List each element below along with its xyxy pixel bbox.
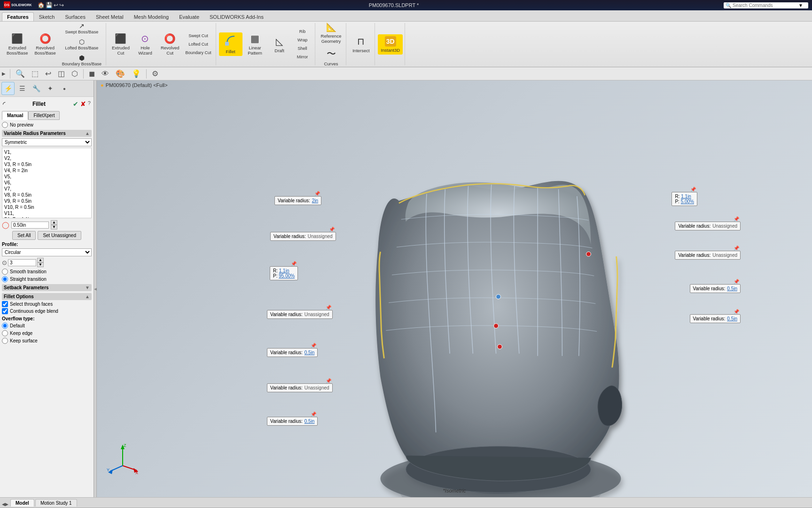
tab-mesh-modeling[interactable]: Mesh Modeling xyxy=(129,12,174,21)
straight-transition-radio[interactable] xyxy=(2,276,8,282)
radius-increment-btn[interactable]: ▲ xyxy=(51,220,57,225)
vertex-list[interactable]: V1, V2, V3, R = 0.5in V4, R = 2in V5, V6… xyxy=(2,148,92,218)
overflow-keep-surface-radio[interactable] xyxy=(2,338,8,344)
lofted-cut-button[interactable]: Lofted Cut xyxy=(183,40,214,48)
tab-sketch[interactable]: Sketch xyxy=(34,12,60,21)
boundary-cut-button[interactable]: Boundary Cut xyxy=(183,49,214,56)
vertex-item[interactable]: V3, R = 0.5in xyxy=(3,161,90,167)
extruded-cut-button[interactable]: ⬛ ExtrudedCut xyxy=(109,31,133,57)
callout-pin-11[interactable]: 📌 xyxy=(734,279,739,284)
callout-pin-5[interactable]: 📌 xyxy=(311,343,316,348)
appearance-manager-btn[interactable]: ● xyxy=(58,82,71,95)
search-dropdown-icon[interactable]: ▼ xyxy=(798,3,803,8)
zoom-to-area-btn[interactable]: ⬚ xyxy=(29,68,41,79)
vertex-item[interactable]: V7, xyxy=(3,186,90,192)
revolved-boss-base-button[interactable]: ⭕ RevolvedBoss/Base xyxy=(31,31,58,57)
callout-v2[interactable]: 📌 Variable radius: Unassigned xyxy=(270,232,336,241)
shell-button[interactable]: Shell xyxy=(292,45,313,52)
vertex-item[interactable]: V11, xyxy=(3,210,90,216)
quick-access-icon4[interactable]: ↪ xyxy=(59,2,64,8)
linear-pattern-button[interactable]: ▦ LinearPattern xyxy=(243,31,267,57)
callout-v10-right[interactable]: 📌 Variable radius: 0.5in xyxy=(690,314,741,323)
callout-v8[interactable]: 📌 Variable radius: 0.5in xyxy=(267,417,318,426)
cancel-button[interactable]: ✘ xyxy=(80,100,86,108)
callout-p1[interactable]: 📌 R: 1.1in P: 95.00% xyxy=(270,266,298,280)
swept-cut-button[interactable]: Swept Cut xyxy=(183,32,214,40)
profile-number-input[interactable] xyxy=(8,259,36,266)
callout-variable-value-6[interactable]: 0.5in xyxy=(304,419,315,424)
callout-variable-value-4[interactable]: 0.5in xyxy=(304,350,315,355)
setback-section-header[interactable]: Setback Parameters ▼ xyxy=(2,284,92,291)
callout-v9-right[interactable]: 📌 Variable radius: 0.5in xyxy=(690,284,741,293)
mirror-button[interactable]: Mirror xyxy=(292,53,313,61)
set-all-button[interactable]: Set All xyxy=(12,231,36,240)
revolved-cut-button[interactable]: ⭕ RevolvedCut xyxy=(158,31,182,57)
callout-pin-2[interactable]: 📌 xyxy=(329,227,335,232)
hide-show-btn[interactable]: 👁 xyxy=(99,68,112,79)
callout-pin[interactable]: 📌 xyxy=(314,191,320,196)
vertex-item[interactable]: V2, xyxy=(3,155,90,161)
callout-v5[interactable]: 📌 Variable radius: Unassigned xyxy=(267,310,333,319)
continuous-edge-blend-checkbox[interactable] xyxy=(2,308,8,314)
callout-pin-10[interactable]: 📌 xyxy=(734,246,739,251)
callout-variable-value-2[interactable]: Unassigned xyxy=(308,234,333,239)
callout-v4[interactable]: 📌 Variable radius: 2in xyxy=(274,196,321,205)
hole-wizard-button[interactable]: ⊙ HoleWizard xyxy=(133,31,157,57)
overflow-keep-edge-radio[interactable] xyxy=(2,330,8,336)
symmetric-select[interactable]: Symmetric Asymmetric xyxy=(2,138,92,146)
draft-button[interactable]: ◺ Draft xyxy=(268,34,291,55)
callout-r-value-right[interactable]: 1.1in xyxy=(681,194,691,199)
callout-pin-4[interactable]: 📌 xyxy=(326,305,331,310)
vertex-item[interactable]: V1, xyxy=(3,149,90,155)
callout-variable-value-10[interactable]: 0.5in xyxy=(727,316,737,321)
view-orient-btn[interactable]: ⬡ xyxy=(69,68,81,79)
filletxpert-tab[interactable]: FilletXpert xyxy=(28,111,60,120)
viewport[interactable]: ● PM009670 (Default) <Full> xyxy=(97,80,812,497)
view-setting-btn[interactable]: ⚙ xyxy=(149,68,161,79)
callout-pin-3[interactable]: 📌 xyxy=(291,261,297,266)
curves-button[interactable]: 〜 Curves xyxy=(320,46,343,68)
rib-button[interactable]: Rib xyxy=(292,28,313,35)
edit-appear-btn[interactable]: 🎨 xyxy=(113,68,128,79)
tab-features[interactable]: Features xyxy=(2,12,34,21)
no-preview-radio[interactable] xyxy=(2,122,8,128)
set-unassigned-button[interactable]: Set Unassigned xyxy=(38,231,81,240)
callout-r-value[interactable]: 1.1in xyxy=(279,268,289,273)
callout-v3[interactable]: 📌 Variable radius: 0.5in xyxy=(267,348,318,357)
overflow-default-radio[interactable] xyxy=(2,323,8,329)
vertex-item[interactable]: V8, R = 0.5in xyxy=(3,192,90,198)
quick-access-icon2[interactable]: 💾 xyxy=(46,2,53,8)
callout-variable-value-7[interactable]: Unassigned xyxy=(712,223,737,229)
callout-pin-12[interactable]: 📌 xyxy=(734,309,739,314)
callout-v6[interactable]: 📌 Variable radius: Unassigned xyxy=(267,383,333,392)
variable-radius-section-header[interactable]: Variable Radius Parameters ▲ xyxy=(2,130,92,137)
display-style-btn[interactable]: ◼ xyxy=(86,68,98,79)
vertex-item[interactable]: P1, R = 1.1in xyxy=(3,216,90,218)
reference-geometry-button[interactable]: 📐 ReferenceGeometry xyxy=(318,20,344,46)
profile-type-select[interactable]: Circular Conic Curvature Continuous xyxy=(2,248,92,256)
manual-tab[interactable]: Manual xyxy=(2,111,28,120)
help-button[interactable]: ? xyxy=(88,100,91,108)
profile-number-increment-btn[interactable]: ▲ xyxy=(37,258,44,262)
quick-access-icon[interactable]: 🏠 xyxy=(38,2,45,8)
previous-view-btn[interactable]: ↩ xyxy=(42,68,54,79)
callout-pin-6[interactable]: 📌 xyxy=(326,378,331,383)
callout-variable-value-3[interactable]: Unassigned xyxy=(304,312,329,317)
callout-p-value-right[interactable]: 5.00% xyxy=(681,199,694,204)
vertex-item[interactable]: V5, xyxy=(3,174,90,180)
tab-addins[interactable]: SOLIDWORKS Add-Ins xyxy=(204,12,269,21)
model-tab[interactable]: Model xyxy=(10,499,34,507)
callout-v1-right[interactable]: 📌 Variable radius: Unassigned xyxy=(675,222,741,230)
radius-decrement-btn[interactable]: ▼ xyxy=(51,225,57,230)
vertex-item[interactable]: V10, R = 0.5in xyxy=(3,204,90,210)
tab-surfaces[interactable]: Surfaces xyxy=(60,12,91,21)
property-manager-btn[interactable]: ☰ xyxy=(16,82,29,95)
callout-variable-value-9[interactable]: 0.5in xyxy=(727,286,737,291)
select-through-faces-checkbox[interactable] xyxy=(2,301,8,307)
instant3d-button[interactable]: 3D Instant3D xyxy=(378,34,403,55)
section-view-btn[interactable]: ◫ xyxy=(55,68,68,79)
motion-study-tab[interactable]: Motion Study 1 xyxy=(35,499,77,507)
callout-variable-value-1[interactable]: 2in xyxy=(312,198,318,203)
scene-btn[interactable]: 💡 xyxy=(129,68,144,79)
smooth-transition-radio[interactable] xyxy=(2,269,8,275)
